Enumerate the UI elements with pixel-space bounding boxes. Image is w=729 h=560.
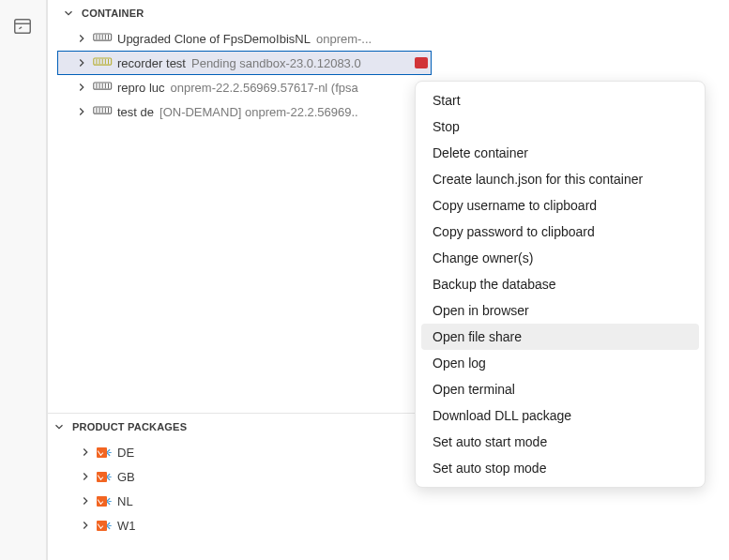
package-item-name: GB (117, 470, 135, 484)
packages-section-header[interactable]: PRODUCT PACKAGES (48, 414, 432, 440)
container-item[interactable]: recorder testPending sandbox-23.0.12083.… (57, 51, 432, 75)
package-item[interactable]: W1 (48, 513, 432, 537)
chevron-right-icon (74, 80, 89, 95)
context-menu-item[interactable]: Stop (421, 114, 699, 140)
chevron-right-icon (74, 31, 89, 46)
package-item-name: NL (117, 494, 133, 508)
context-menu-item[interactable]: Set auto stop mode (421, 455, 699, 481)
container-item-desc: onprem-22.2.56969.57617-nl (fpsa (171, 81, 428, 95)
context-menu-item[interactable]: Set auto start mode (421, 429, 699, 455)
packages-section: PRODUCT PACKAGES DEGBNLW1 (48, 413, 432, 537)
context-menu-item[interactable]: Start (421, 87, 699, 114)
context-menu-item[interactable]: Copy password to clipboard (421, 219, 699, 245)
context-menu-item[interactable]: Copy username to clipboard (421, 192, 699, 219)
chevron-down-icon (52, 419, 67, 434)
package-icon (97, 493, 114, 508)
container-item-name: test de (117, 105, 154, 119)
container-section: CONTAINER Upgraded Clone of FpsDemoIbisN… (57, 0, 432, 124)
context-menu-item[interactable]: Open log (421, 350, 699, 376)
container-item-desc: [ON-DEMAND] onprem-22.2.56969.. (159, 105, 428, 119)
container-item[interactable]: test de[ON-DEMAND] onprem-22.2.56969.. (57, 99, 432, 124)
package-icon (97, 518, 114, 533)
container-item-name: recorder test (117, 56, 186, 70)
chevron-right-icon (74, 104, 89, 119)
context-menu-item[interactable]: Open in browser (421, 297, 699, 324)
context-menu-item[interactable]: Open file share (421, 324, 699, 350)
chevron-right-icon (78, 493, 93, 508)
sidebar: CONTAINER Upgraded Clone of FpsDemoIbisN… (47, 0, 432, 560)
container-item[interactable]: repro luconprem-22.2.56969.57617-nl (fps… (57, 75, 432, 99)
context-menu: StartStopDelete containerCreate launch.j… (415, 81, 706, 488)
chevron-right-icon (78, 518, 93, 533)
context-menu-item[interactable]: Change owner(s) (421, 245, 699, 271)
context-menu-item[interactable]: Download DLL package (421, 402, 699, 429)
container-icon (93, 55, 114, 70)
context-menu-item[interactable]: Backup the database (421, 271, 699, 297)
container-icon (93, 104, 114, 119)
package-item[interactable]: DE (48, 440, 432, 464)
package-item[interactable]: NL (48, 489, 432, 513)
container-item[interactable]: Upgraded Clone of FpsDemoIbisNLonprem-..… (57, 26, 432, 51)
container-section-header[interactable]: CONTAINER (57, 0, 432, 26)
package-icon (97, 469, 114, 484)
chevron-right-icon (74, 55, 89, 70)
context-menu-item[interactable]: Open terminal (421, 376, 699, 402)
status-red-icon (415, 57, 428, 68)
container-item-desc: onprem-... (316, 32, 428, 46)
container-icon (93, 80, 114, 95)
package-item-name: DE (117, 446, 134, 460)
activity-bar-icon[interactable] (0, 8, 45, 45)
section-title: PRODUCT PACKAGES (72, 421, 187, 432)
container-item-name: repro luc (117, 81, 165, 95)
package-item-name: W1 (117, 519, 136, 533)
container-icon (93, 31, 114, 46)
package-icon (97, 445, 114, 460)
chevron-right-icon (78, 445, 93, 460)
chevron-right-icon (78, 469, 93, 484)
package-item[interactable]: GB (48, 464, 432, 489)
svg-rect-0 (15, 20, 31, 34)
section-title: CONTAINER (82, 8, 144, 19)
context-menu-item[interactable]: Delete container (421, 140, 699, 166)
context-menu-item[interactable]: Create launch.json for this container (421, 166, 699, 192)
container-item-name: Upgraded Clone of FpsDemoIbisNL (117, 32, 311, 46)
chevron-down-icon (61, 6, 76, 21)
container-item-desc: Pending sandbox-23.0.12083.0 (191, 56, 409, 70)
